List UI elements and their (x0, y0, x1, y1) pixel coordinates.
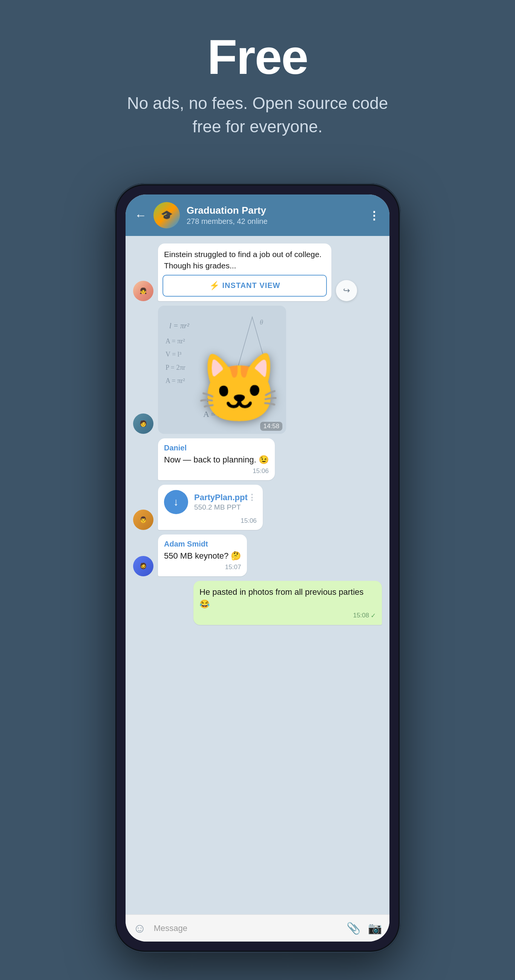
forward-button[interactable]: ↪ (336, 280, 357, 301)
attach-button[interactable]: 📎 (346, 921, 360, 935)
avatar-female: 👧 (133, 281, 153, 301)
sticker-message: 🧑 l = πr² A = πr² V = l³ P = 2πr A = πr² (133, 306, 382, 434)
cat-sticker: 🐱 (197, 355, 282, 423)
article-snippet: Einstein struggled to find a job out of … (164, 249, 325, 271)
phone-wrapper: ← 🎓 Graduation Party 278 members, 42 onl… (0, 183, 515, 953)
avatar-male3-icon: 🧔 (139, 562, 147, 570)
svg-text:A = πr²: A = πr² (166, 337, 185, 345)
hero-section: Free No ads, no fees. Open source code f… (0, 0, 515, 161)
message-outgoing: He pasted in photos from all previous pa… (133, 581, 382, 625)
sender-adam: Adam Smidt (164, 540, 241, 549)
forward-icon: ↪ (343, 286, 350, 296)
message-daniel: Daniel Now — back to planning. 😉 15:06 (133, 438, 357, 480)
group-members: 278 members, 42 online (187, 217, 362, 226)
group-avatar: 🎓 (153, 202, 180, 228)
message-input-placeholder[interactable]: Message (154, 923, 339, 933)
msg-text-outgoing: He pasted in photos from all previous pa… (199, 586, 376, 610)
svg-text:θ: θ (260, 318, 263, 326)
message-file: 👨 ↓ PartyPlan.ppt 550.2 MB PPT ⋮ (133, 485, 357, 530)
msg-time-adam: 15:07 (164, 563, 241, 571)
svg-text:l = πr²: l = πr² (169, 321, 190, 330)
hero-subtitle: No ads, no fees. Open source code free f… (126, 92, 389, 138)
sticker-container: l = πr² A = πr² V = l³ P = 2πr A = πr² s… (158, 306, 286, 434)
sender-daniel: Daniel (164, 444, 269, 452)
file-size: 550.2 MB PPT (194, 503, 248, 511)
file-name: PartyPlan.ppt (194, 493, 248, 503)
message-article: 👧 Einstein struggled to find a job out o… (133, 243, 357, 301)
bubble-adam: Adam Smidt 550 MB keynote? 🤔 15:07 (158, 535, 247, 576)
file-download-button[interactable]: ↓ (164, 490, 188, 514)
msg-time-file: 15:06 (164, 517, 257, 525)
chat-body: 👧 Einstein struggled to find a job out o… (126, 236, 389, 915)
avatar-female-icon: 👧 (139, 287, 147, 294)
bubble-outgoing: He pasted in photos from all previous pa… (193, 581, 382, 625)
phone-mockup: ← 🎓 Graduation Party 278 members, 42 onl… (114, 183, 401, 953)
file-more-button[interactable]: ⋮ (248, 493, 257, 503)
group-name: Graduation Party (187, 205, 362, 216)
avatar-male1-icon: 🧑 (139, 420, 147, 427)
group-info: Graduation Party 278 members, 42 online (187, 205, 362, 226)
msg-text-adam: 550 MB keynote? 🤔 (164, 550, 241, 562)
avatar-male2-icon: 👨 (139, 516, 147, 523)
svg-text:P = 2πr: P = 2πr (166, 364, 185, 371)
msg-time-outgoing: 15:08 ✓ (199, 612, 376, 620)
camera-button[interactable]: 📷 (368, 921, 382, 935)
msg-time-daniel: 15:06 (164, 468, 269, 475)
svg-text:V = l³: V = l³ (166, 350, 182, 358)
hero-title: Free (207, 30, 308, 84)
file-bubble: ↓ PartyPlan.ppt 550.2 MB PPT ⋮ 15:06 (158, 485, 263, 530)
emoji-button[interactable]: ☺ (133, 921, 146, 935)
svg-text:A = πr²: A = πr² (166, 377, 185, 385)
instant-view-button[interactable]: ⚡ INSTANT VIEW (163, 275, 327, 297)
chat-input-bar: ☺ Message 📎 📷 (126, 915, 389, 942)
instant-view-label: INSTANT VIEW (222, 281, 281, 290)
avatar-male2: 👨 (133, 510, 153, 530)
check-mark: ✓ (371, 612, 376, 620)
avatar-male3: 🧔 (133, 556, 153, 576)
more-button[interactable]: ⋮ (368, 209, 380, 222)
chat-header: ← 🎓 Graduation Party 278 members, 42 onl… (126, 194, 389, 236)
sticker-time: 14:58 (260, 422, 282, 431)
file-row: ↓ PartyPlan.ppt 550.2 MB PPT ⋮ (164, 490, 257, 514)
avatar-male1: 🧑 (133, 414, 153, 434)
file-info: PartyPlan.ppt 550.2 MB PPT ⋮ (194, 493, 257, 511)
message-adam: 🧔 Adam Smidt 550 MB keynote? 🤔 15:07 (133, 535, 357, 576)
article-text-area: Einstein struggled to find a job out of … (158, 243, 332, 275)
lightning-icon: ⚡ (209, 281, 219, 291)
article-bubble: Einstein struggled to find a job out of … (158, 243, 332, 301)
bubble-daniel: Daniel Now — back to planning. 😉 15:06 (158, 438, 275, 480)
group-avatar-image: 🎓 (153, 202, 180, 228)
file-details: PartyPlan.ppt 550.2 MB PPT (194, 493, 248, 511)
phone-screen: ← 🎓 Graduation Party 278 members, 42 onl… (126, 194, 389, 942)
msg-text-daniel: Now — back to planning. 😉 (164, 454, 269, 466)
back-button[interactable]: ← (135, 208, 147, 223)
